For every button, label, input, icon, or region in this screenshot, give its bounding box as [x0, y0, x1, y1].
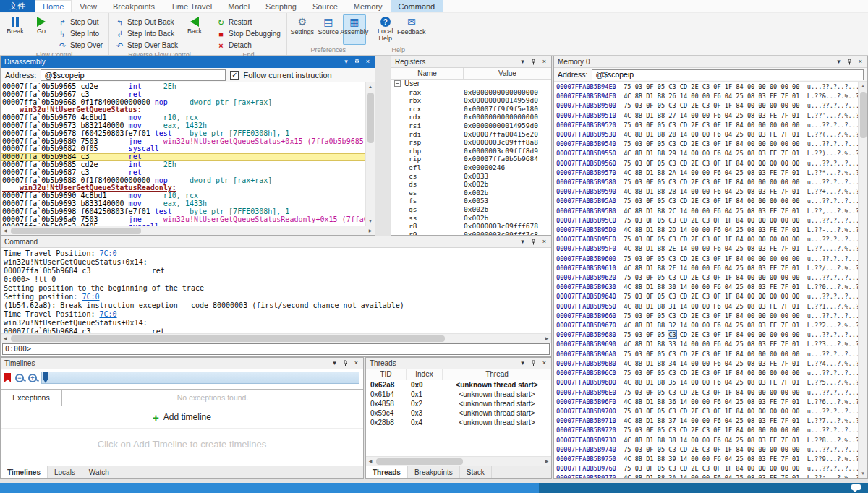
pin-icon[interactable]	[844, 56, 855, 67]
follow-instruction-checkbox[interactable]: ✓	[230, 71, 239, 80]
ribbon-tab-model[interactable]: Model	[220, 0, 258, 12]
settings-button[interactable]: ⚙ Settings	[291, 14, 314, 45]
disassembly-address-input[interactable]	[41, 69, 226, 81]
scroll-right-arrow[interactable]: ▶	[542, 334, 551, 343]
register-row[interactable]: efl0x00000246	[391, 163, 551, 172]
register-row[interactable]: rax0x0000000000000000	[391, 88, 551, 97]
register-row[interactable]: rcx0x00007ff9f9f5e180	[391, 105, 551, 113]
memory-line[interactable]: 00007FFA0B5B9550 4C 8B D1 B8 29 14 00 00…	[556, 149, 858, 158]
break-button[interactable]: Break	[4, 14, 27, 45]
dock-tab-threads[interactable]: Threads	[366, 466, 408, 478]
memory-line[interactable]: 00007FFA0B5B95A0 75 03 0F 05 C3 CD 2E C3…	[556, 197, 858, 206]
memory-line[interactable]: 00007FFA0B5B9620 75 03 0F 05 C3 CD 2E C3…	[556, 273, 858, 283]
memory-line[interactable]: 00007FFA0B5B95C0 75 03 0F 05 C3 CD 2E C3…	[556, 216, 858, 226]
dock-tab-breakpoints[interactable]: Breakpoints	[408, 466, 460, 478]
memory-line[interactable]: 00007FFA0B5B96B0 4C 8B D1 B8 34 14 00 00…	[556, 359, 858, 369]
register-row[interactable]: rbx0x00000000014959d0	[391, 96, 551, 105]
scroll-left-arrow[interactable]: ◀	[1, 226, 9, 235]
threads-horizontal-scrollbar[interactable]: ◀ ▶	[366, 456, 551, 466]
scroll-right-arrow[interactable]: ▶	[542, 457, 551, 466]
go-button[interactable]: Go	[30, 14, 53, 45]
scrollbar-thumb[interactable]	[376, 458, 463, 465]
close-icon[interactable]: ×	[362, 56, 373, 67]
memory-line[interactable]: 00007FFA0B5B9640 75 03 0F 05 C3 CD 2E C3…	[556, 292, 858, 301]
memory-line[interactable]: 00007FFA0B5B96A0 75 03 0F 05 C3 CD 2E C3…	[556, 350, 858, 359]
pin-icon[interactable]	[352, 56, 362, 67]
memory-line[interactable]: 00007FFA0B5B96F0 4C 8B D1 B8 36 14 00 00…	[556, 398, 858, 407]
memory-line[interactable]: 00007FFA0B5B96E0 75 03 0F 05 C3 CD 2E C3…	[556, 388, 858, 398]
register-row[interactable]: ss0x002b	[391, 214, 551, 223]
zoom-in-icon[interactable]: +	[28, 374, 37, 382]
pin-icon[interactable]	[528, 56, 539, 67]
go-back-button[interactable]: Back	[183, 14, 206, 45]
memory-line[interactable]: 00007FFA0B5B9580 75 03 0F 05 C3 CD 2E C3…	[556, 178, 858, 187]
chevron-down-icon[interactable]: ▾	[341, 56, 352, 67]
memory-line[interactable]: 00007FFA0B5B9670 4C 8B D1 B8 32 14 00 00…	[556, 321, 858, 330]
thread-row[interactable]: 0x61b40x1<unknown thread start>	[366, 390, 551, 399]
scroll-up-arrow[interactable]: ▲	[366, 82, 375, 91]
dock-tab-locals[interactable]: Locals	[48, 466, 82, 478]
memory-line[interactable]: 00007FFA0B5B9700 75 03 0F 05 C3 CD 2E C3…	[556, 407, 858, 416]
memory-line[interactable]: 00007FFA0B5B9690 4C 8B D1 B8 33 14 00 00…	[556, 340, 858, 349]
memory-line[interactable]: 00007FFA0B5B96C0 75 03 0F 05 C3 CD 2E C3…	[556, 369, 858, 378]
disassembly-horizontal-scrollbar[interactable]: ◀ ▶	[1, 226, 375, 235]
memory-line[interactable]: 00007FFA0B5B9730 4C 8B D1 B8 38 14 00 00…	[556, 436, 858, 445]
close-icon[interactable]: ×	[539, 358, 550, 369]
step-into-back-button[interactable]: ↲Step Into Back	[113, 28, 180, 39]
scroll-down-arrow[interactable]: ▼	[366, 217, 375, 226]
local-help-button[interactable]: ? Local Help	[374, 14, 397, 45]
register-row[interactable]: rsp0x0000003c09fff8a8	[391, 138, 551, 147]
memory-line[interactable]: 00007FFA0B5B9500 75 03 0F 05 C3 CD 2E C3…	[556, 101, 858, 111]
dock-tab-stack[interactable]: Stack	[460, 466, 492, 478]
memory-line[interactable]: 00007FFA0B5B94E0 75 03 0F 05 C3 CD 2E C3…	[556, 82, 858, 92]
memory-line[interactable]: 00007FFA0B5B9630 4C 8B D1 B8 30 14 00 00…	[556, 283, 858, 292]
ribbon-tab-home[interactable]: Home	[35, 0, 72, 12]
pin-icon[interactable]	[340, 358, 351, 369]
memory-line[interactable]: 00007FFA0B5B9710 4C 8B D1 B8 37 14 00 00…	[556, 416, 858, 426]
memory-line[interactable]: 00007FFA0B5B95E0 75 03 0F 05 C3 CD 2E C3…	[556, 235, 858, 244]
command-input[interactable]: 0:000>	[2, 343, 550, 355]
scrollbar-thumb[interactable]	[11, 228, 141, 234]
add-timeline-button[interactable]: + Add timeline	[1, 406, 363, 429]
close-icon[interactable]: ×	[539, 56, 550, 67]
register-row[interactable]: r90x0000003c09fff7c8	[391, 231, 551, 235]
memory-line[interactable]: 00007FFA0B5B9510 4C 8B D1 B8 27 14 00 00…	[556, 111, 858, 121]
register-row[interactable]: rsi0x00000000014959d0	[391, 121, 551, 130]
thread-row[interactable]: 0x48580x2<unknown thread start>	[366, 399, 551, 408]
chevron-down-icon[interactable]: ▾	[517, 358, 528, 369]
memory-line[interactable]: 00007FFA0B5B9540 75 03 0F 05 C3 CD 2E C3…	[556, 140, 858, 149]
memory-line[interactable]: 00007FFA0B5B95D0 4C 8B D1 B8 2D 14 00 00…	[556, 226, 858, 235]
register-row[interactable]: gs0x002b	[391, 205, 551, 214]
disassembly-vertical-scrollbar[interactable]: ▲ ▼	[365, 82, 375, 226]
memory-line[interactable]: 00007FFA0B5B9590 4C 8B D1 B8 2B 14 00 00…	[556, 187, 858, 197]
close-icon[interactable]: ×	[855, 56, 866, 67]
step-over-button[interactable]: ↷Step Over	[56, 40, 105, 51]
thread-row[interactable]: 0x62a80x0<unknown thread start>	[366, 380, 551, 390]
ribbon-tab-memory[interactable]: Memory	[346, 0, 391, 12]
close-icon[interactable]: ×	[351, 358, 362, 369]
memory-line[interactable]: 00007FFA0B5B9770 4C 8B D1 B8 3A 14 00 00…	[556, 473, 858, 478]
register-group-row[interactable]: −User	[391, 80, 551, 88]
thread-row[interactable]: 0x28b80x4<unknown thread start>	[366, 418, 551, 427]
ribbon-tab-view[interactable]: View	[72, 0, 105, 12]
memory-line[interactable]: 00007FFA0B5B9520 75 03 0F 05 C3 CD 2E C3…	[556, 121, 858, 130]
register-row[interactable]: ds0x002b	[391, 180, 551, 189]
memory-line[interactable]: 00007FFA0B5B9750 4C 8B D1 B8 39 14 00 00…	[556, 455, 858, 464]
register-row[interactable]: fs0x0053	[391, 197, 551, 205]
memory-line[interactable]: 00007FFA0B5B95F0 4C 8B D1 B8 2E 14 00 00…	[556, 244, 858, 254]
memory-line[interactable]: 00007FFA0B5B9760 75 03 0F 05 C3 CD 2E C3…	[556, 464, 858, 473]
step-into-button[interactable]: ↳Step Into	[56, 28, 105, 39]
scroll-right-arrow[interactable]: ▶	[366, 226, 375, 235]
scrollbar-thumb[interactable]	[11, 335, 445, 342]
memory-line[interactable]: 00007FFA0B5B9650 4C 8B D1 B8 31 14 00 00…	[556, 302, 858, 312]
feedback-bubble-icon[interactable]	[851, 484, 861, 490]
scrollbar-thumb[interactable]	[367, 93, 374, 143]
register-row[interactable]: es0x002b	[391, 189, 551, 197]
timeline-position-marker[interactable]	[43, 372, 48, 383]
bookmark-icon[interactable]	[4, 373, 11, 382]
memory-line[interactable]: 00007FFA0B5B9660 75 03 0F 05 C3 CD 2E C3…	[556, 312, 858, 321]
chevron-down-icon[interactable]: ▾	[517, 236, 528, 247]
scroll-left-arrow[interactable]: ◀	[1, 334, 9, 343]
memory-line[interactable]: 00007FFA0B5B9600 75 03 0F 05 C3 CD 2E C3…	[556, 254, 858, 264]
detach-button[interactable]: ×Detach	[214, 40, 283, 51]
